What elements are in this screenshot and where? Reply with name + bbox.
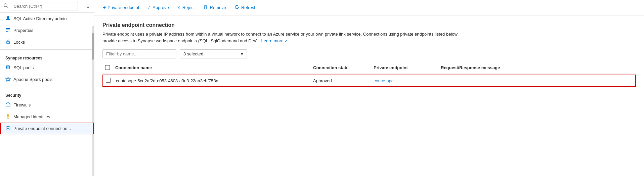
sidebar-item-label: Apache Spark pools <box>13 77 52 82</box>
content-area: Private endpoint connection Private endp… <box>94 15 644 176</box>
svg-rect-4 <box>6 30 10 30</box>
section-synapse-resources: Synapse resources <box>0 51 94 62</box>
refresh-button[interactable]: Refresh <box>231 3 260 12</box>
sidebar-item-label: SQL pools <box>13 65 34 70</box>
filter-input[interactable] <box>102 49 176 58</box>
external-link-icon: ↗ <box>285 38 288 44</box>
reject-button[interactable]: ✕ Reject <box>174 3 198 12</box>
learn-more-link[interactable]: Learn more ↗ <box>261 38 288 44</box>
divider-1 <box>0 49 94 50</box>
locks-icon <box>5 39 11 45</box>
firewalls-icon <box>5 102 11 108</box>
svg-point-17 <box>9 128 10 129</box>
check-icon: ✓ <box>147 5 151 10</box>
header-connection-name: Connection name <box>113 65 310 71</box>
header-request-response: Request/Response message <box>438 65 636 71</box>
filter-row: 3 selected ▾ <box>102 49 636 58</box>
svg-point-13 <box>7 114 9 116</box>
svg-marker-8 <box>6 77 10 81</box>
search-icon <box>3 3 9 9</box>
svg-point-16 <box>6 128 7 129</box>
toolbar: + Private endpoint ✓ Approve ✕ Reject Re… <box>94 0 644 15</box>
table-row[interactable]: contosope-5ce2af2d-e053-4608-a3e3-22aa3e… <box>102 75 636 87</box>
filter-selected-label: 3 selected <box>183 51 203 56</box>
row-checkbox-cell <box>103 78 113 84</box>
filter-selected-dropdown[interactable]: 3 selected ▾ <box>180 49 247 58</box>
row-connection-name: contosope-5ce2af2d-e053-4608-a3e3-22aa3e… <box>113 78 310 83</box>
properties-icon <box>5 27 11 34</box>
sidebar-item-label: Firewalls <box>13 102 31 107</box>
header-checkbox-cell <box>102 65 113 71</box>
svg-line-1 <box>7 6 8 8</box>
header-private-endpoint: Private endpoint <box>371 65 438 71</box>
managed-id-icon <box>5 114 11 120</box>
sidebar-item-managed-identities[interactable]: Managed identities <box>0 111 94 123</box>
sql-ad-icon <box>5 15 11 22</box>
svg-rect-3 <box>6 28 10 29</box>
sql-pools-icon <box>5 64 11 71</box>
svg-point-0 <box>4 4 7 7</box>
sidebar-search-bar: « <box>0 0 94 13</box>
sidebar-item-sql-active-directory[interactable]: SQL Active Directory admin <box>0 13 94 25</box>
sidebar-item-firewalls[interactable]: Firewalls <box>0 99 94 111</box>
sidebar-item-label: Private endpoint connection... <box>13 126 71 131</box>
sidebar-item-apache-spark-pools[interactable]: Apache Spark pools <box>0 74 94 85</box>
sidebar-nav: SQL Active Directory admin Properties <box>0 13 94 137</box>
refresh-label: Refresh <box>241 5 257 10</box>
section-security: Security <box>0 88 94 99</box>
spark-icon <box>5 76 11 83</box>
refresh-icon <box>234 4 240 11</box>
plus-icon: + <box>103 5 106 11</box>
page-title: Private endpoint connection <box>102 22 636 28</box>
row-private-endpoint-link[interactable]: contosope <box>371 78 438 83</box>
divider-2 <box>0 87 94 87</box>
remove-label: Remove <box>210 5 226 10</box>
row-connection-state: Approved <box>310 78 371 83</box>
add-private-endpoint-button[interactable]: + Private endpoint <box>99 3 142 12</box>
sidebar-item-sql-pools[interactable]: SQL pools <box>0 62 94 74</box>
sidebar-item-label: Locks <box>13 40 25 45</box>
x-icon: ✕ <box>177 5 181 10</box>
svg-point-2 <box>7 16 9 18</box>
approve-label: Approve <box>153 5 169 10</box>
main-panel: + Private endpoint ✓ Approve ✕ Reject Re… <box>94 0 644 176</box>
table-header-row: Connection name Connection state Private… <box>102 62 636 74</box>
content-description: Private endpoint uses a private IP addre… <box>102 31 472 44</box>
trash-icon <box>203 4 208 11</box>
sidebar: « SQL Active Directory admin <box>0 0 94 176</box>
sidebar-item-label: Managed identities <box>13 114 50 119</box>
svg-rect-6 <box>7 41 9 44</box>
sidebar-item-locks[interactable]: Locks <box>0 36 94 48</box>
collapse-button[interactable]: « <box>85 3 90 10</box>
private-endpoint-icon <box>5 125 11 132</box>
sidebar-item-properties[interactable]: Properties <box>0 25 94 36</box>
sidebar-item-private-endpoint-connection[interactable]: Private endpoint connection... <box>0 123 94 134</box>
header-connection-state: Connection state <box>310 65 371 71</box>
sidebar-item-label: SQL Active Directory admin <box>13 16 67 21</box>
reject-label: Reject <box>182 5 195 10</box>
remove-button[interactable]: Remove <box>200 3 229 12</box>
svg-rect-5 <box>6 31 8 32</box>
sidebar-item-label: Properties <box>13 28 33 33</box>
approve-button[interactable]: ✓ Approve <box>144 3 172 12</box>
row-checkbox[interactable] <box>106 78 111 83</box>
add-private-endpoint-label: Private endpoint <box>108 5 139 10</box>
connections-table: Connection name Connection state Private… <box>102 62 636 87</box>
select-all-checkbox[interactable] <box>105 65 110 70</box>
svg-rect-19 <box>205 6 207 9</box>
chevron-down-icon: ▾ <box>241 51 243 56</box>
search-input[interactable] <box>11 2 78 10</box>
svg-point-7 <box>6 65 10 67</box>
